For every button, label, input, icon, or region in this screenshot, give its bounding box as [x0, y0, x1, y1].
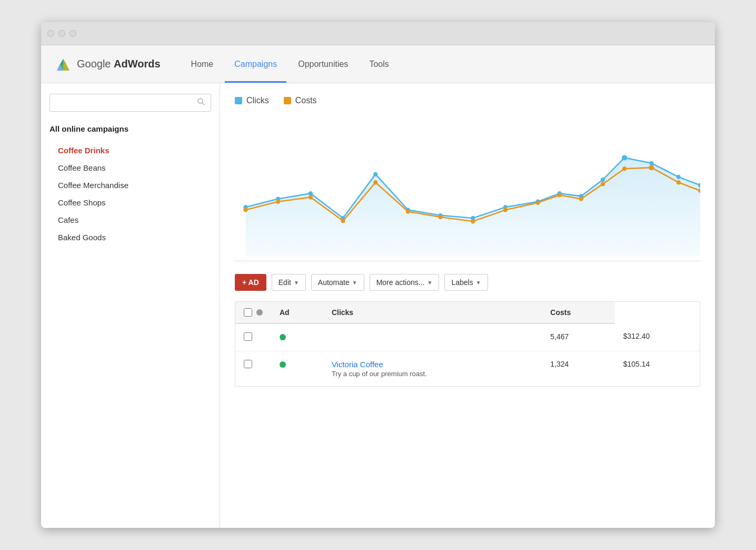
clicks-dot [649, 161, 653, 165]
edit-chevron-icon: ▼ [294, 280, 299, 286]
clicks-dot [309, 191, 313, 195]
header-costs: Costs [542, 302, 614, 323]
more-actions-chevron-icon: ▼ [427, 280, 432, 286]
costs-dot [406, 209, 410, 213]
row1-status-dot [280, 334, 286, 340]
sidebar-item-coffee-merchandise[interactable]: Coffee Merchandise [49, 176, 211, 194]
automate-chevron-icon: ▼ [352, 280, 357, 286]
search-box[interactable] [49, 94, 211, 112]
svg-line-5 [202, 103, 204, 105]
sidebar-item-coffee-beans[interactable]: Coffee Beans [49, 159, 211, 176]
victoria-coffee-link[interactable]: Victoria Coffee [332, 360, 383, 369]
line-chart [235, 114, 700, 257]
row2-costs-cell: $105.14 [615, 351, 700, 387]
adwords-logo-icon [54, 55, 73, 74]
costs-dot-peak [649, 165, 654, 170]
search-input[interactable] [55, 99, 197, 107]
sidebar-item-cafes[interactable]: Cafes [49, 211, 211, 229]
app-header: Google AdWords Home Campaigns Opportunit… [41, 45, 715, 83]
row1-checkbox[interactable] [244, 332, 252, 341]
main-nav: Home Campaigns Opportunities Tools [182, 45, 399, 83]
edit-button[interactable]: Edit ▼ [272, 274, 306, 291]
window-controls [47, 30, 76, 37]
costs-legend-dot [284, 97, 291, 104]
sidebar-item-coffee-drinks[interactable]: Coffee Drinks [49, 142, 211, 159]
labels-chevron-icon: ▼ [476, 280, 481, 286]
row1-ad-cell [323, 323, 542, 351]
header-ad: Ad [271, 302, 323, 323]
sidebar-item-coffee-shops[interactable]: Coffee Shops [49, 194, 211, 211]
automate-button[interactable]: Automate ▼ [311, 274, 364, 291]
app-window: Google AdWords Home Campaigns Opportunit… [41, 22, 715, 528]
chart-legend: Clicks Costs [235, 96, 700, 105]
row1-checkbox-cell [235, 323, 271, 351]
row1-costs-cell: $312.40 [615, 323, 700, 351]
row2-ad-cell: Victoria Coffee Try a cup of our premium… [323, 351, 542, 387]
nav-tools[interactable]: Tools [360, 45, 398, 83]
table-row: Victoria Coffee Try a cup of our premium… [235, 351, 700, 387]
header-checkbox-cell [235, 302, 271, 323]
table-header-row: Ad Clicks Costs [235, 302, 700, 323]
nav-campaigns[interactable]: Campaigns [225, 45, 286, 83]
clicks-legend-label: Clicks [246, 96, 269, 105]
table-row: 5,467 $312.40 [235, 323, 700, 351]
costs-legend-label: Costs [295, 96, 317, 105]
add-ad-button[interactable]: + AD [235, 274, 266, 291]
search-icon [197, 97, 205, 108]
logo-text: Google AdWords [77, 58, 161, 70]
costs-dot [677, 180, 681, 184]
costs-dot [276, 200, 280, 204]
select-all-checkbox[interactable] [244, 308, 252, 317]
ads-table: Ad Clicks Costs [235, 301, 700, 387]
costs-dot [579, 197, 583, 201]
clicks-legend-dot [235, 97, 242, 104]
chart-container [235, 114, 700, 261]
maximize-btn[interactable] [69, 30, 76, 37]
sidebar-item-baked-goods[interactable]: Baked Goods [49, 229, 211, 246]
minimize-btn[interactable] [58, 30, 65, 37]
costs-dot [601, 182, 605, 186]
close-btn[interactable] [47, 30, 54, 37]
legend-clicks: Clicks [235, 96, 269, 105]
costs-dot [558, 193, 562, 197]
sidebar: All online campaigns Coffee Drinks Coffe… [41, 83, 220, 528]
costs-dot [471, 219, 475, 223]
row2-checkbox[interactable] [244, 360, 252, 368]
clicks-dot [677, 175, 681, 179]
nav-opportunities[interactable]: Opportunities [289, 45, 357, 83]
more-actions-button[interactable]: More actions... ▼ [370, 274, 440, 291]
clicks-dot [373, 172, 377, 176]
costs-dot [622, 166, 626, 171]
row2-status-dot [280, 361, 286, 368]
nav-home[interactable]: Home [182, 45, 223, 83]
logo: Google AdWords [54, 55, 161, 74]
content-area: Clicks Costs [220, 83, 715, 528]
legend-costs: Costs [284, 96, 317, 105]
costs-dot [243, 208, 247, 212]
costs-dot [503, 208, 508, 212]
costs-dot [373, 180, 377, 184]
costs-dot [341, 219, 345, 223]
labels-button[interactable]: Labels ▼ [444, 274, 488, 291]
row1-clicks-cell: 5,467 [542, 323, 614, 351]
row1-status-cell [271, 323, 323, 351]
clicks-dot-peak [622, 155, 627, 160]
title-bar [41, 22, 715, 45]
row2-ad-desc: Try a cup of our premium roast. [332, 370, 533, 378]
header-clicks: Clicks [323, 302, 542, 323]
row2-checkbox-cell [235, 351, 271, 387]
header-status-dot [256, 309, 263, 316]
sidebar-section-title: All online campaigns [49, 124, 211, 133]
toolbar: + AD Edit ▼ Automate ▼ More actions... ▼… [235, 274, 700, 291]
main-layout: All online campaigns Coffee Drinks Coffe… [41, 83, 715, 528]
clicks-area-fill [246, 158, 700, 257]
row2-clicks-cell: 1,324 [542, 351, 614, 387]
costs-dot [309, 195, 313, 199]
costs-dot [438, 215, 442, 219]
costs-dot [536, 201, 540, 205]
svg-marker-3 [63, 59, 69, 71]
clicks-dot [601, 178, 605, 182]
row2-status-cell [271, 351, 323, 387]
